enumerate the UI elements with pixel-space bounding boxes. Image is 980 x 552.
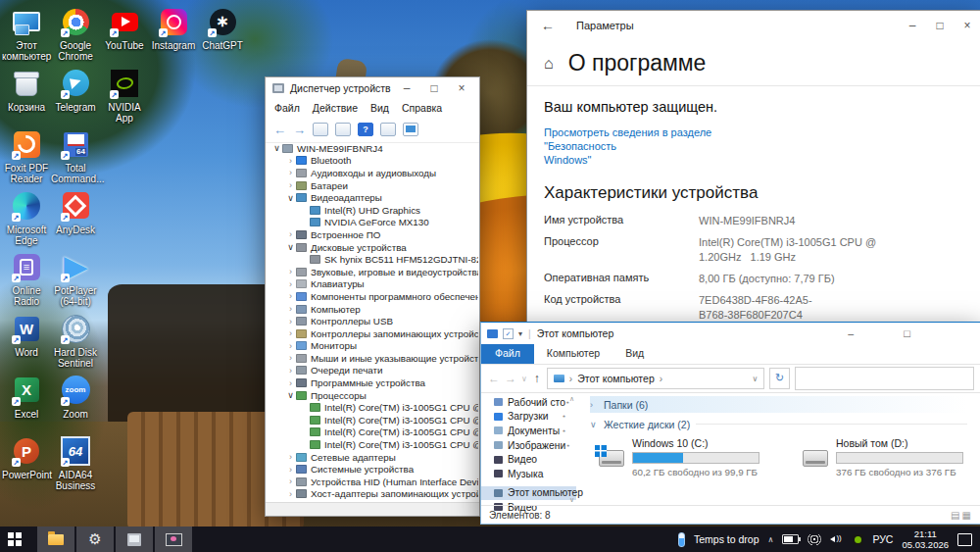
device-tree-row[interactable]: ›Мониторы [267,340,478,353]
minimize-button[interactable]: – [848,327,854,339]
desktop-icon-radio[interactable]: ≡↗Online Radio [2,251,51,307]
desktop-icon-thispc[interactable]: Этот компьютер [2,6,51,62]
desktop-icon-aida[interactable]: 64↗AIDA64 Business [51,435,100,491]
chevron-right-icon[interactable]: › [285,279,296,289]
desktop-icon-youtube[interactable]: ↗YouTube [100,6,149,51]
back-icon[interactable]: ← [273,123,286,137]
device-tree-row[interactable]: ∨Дисковые устройства [267,241,478,254]
desktop-icon-nvidia[interactable]: ↗NVIDIA App [100,68,149,124]
taskbar-monitor-app-button[interactable] [155,527,192,552]
sidebar-item-видео[interactable]: Видео [481,452,576,467]
desktop-icon-instagram[interactable]: ↗Instagram [149,6,198,51]
chevron-right-icon[interactable]: › [285,477,296,486]
view-toggle-icons[interactable]: ▤▦ [951,510,973,521]
up-icon[interactable]: ↑ [534,372,540,385]
speaker-icon[interactable] [830,534,844,544]
device-tree-row[interactable]: ›Контроллеры USB [267,315,478,327]
drive-item[interactable]: Windows 10 (C:)60,2 ГБ свободно из 99,9 … [595,437,760,477]
sidebar-item-музыка[interactable]: Музыка [481,467,576,481]
address-bar[interactable]: › Этот компьютер › ∨ [547,368,764,389]
device-tree-row[interactable]: ›Аудиовходы и аудиовыходы [267,167,478,179]
desktop-icon-bin[interactable]: Корзина [2,68,51,113]
device-tree-row[interactable]: Intel(R) UHD Graphics [267,204,478,217]
chevron-right-icon[interactable]: › [285,156,296,166]
chevron-down-icon[interactable]: ∨ [285,390,296,400]
forward-icon[interactable]: → [505,372,516,385]
search-input[interactable] [795,367,974,390]
device-tree-row[interactable]: ›Звуковые, игровые и видеоустройства [267,266,478,278]
language-indicator[interactable]: РУС [872,533,893,545]
folders-group-header[interactable]: › Папки (6) [590,396,967,413]
device-tree-row[interactable]: ›Очереди печати [267,365,478,377]
device-tree-row[interactable]: Intel(R) Core(TM) i3-1005G1 CPU @ 1.20GH… [267,427,478,439]
device-tree-row[interactable]: ›Bluetooth [267,155,478,168]
device-tree-row[interactable]: ›Хост-адаптеры запоминающих устройств [267,488,478,501]
chevron-right-icon[interactable]: › [285,341,296,351]
device-tree-row[interactable]: ›Клавиатуры [267,278,478,291]
chevron-down-icon[interactable]: ▾ [518,329,522,338]
desktop-icon-foxit[interactable]: ↗Foxit PDF Reader [2,128,51,184]
menu-item-файл[interactable]: Файл [274,102,300,114]
desktop-icon-totalcmd[interactable]: 64↗Total Command... [51,128,100,184]
device-tree-row[interactable]: Intel(R) Core(TM) i3-1005G1 CPU @ 1.20GH… [267,414,478,427]
device-tree-row[interactable]: ›Контроллеры запоминающих устройств [267,327,478,340]
desktop-icon-zoomapp[interactable]: zoom↗Zoom [51,375,100,420]
device-tree-row[interactable]: ›Программные устройства [267,376,478,389]
chevron-right-icon[interactable]: › [285,353,296,363]
taskbar-device-manager-button[interactable] [116,527,153,552]
device-tree-row[interactable]: NVIDIA GeForce MX130 [267,217,478,229]
device-tree-row[interactable]: ∨WIN-ME99IFBNRJ4 [267,142,478,155]
scan-hardware-icon[interactable] [403,123,418,136]
start-button[interactable] [0,527,37,552]
weather-label[interactable]: Temps to drop [694,533,760,545]
menu-item-справка[interactable]: Справка [402,102,442,114]
tab-computer[interactable]: Компьютер [534,344,612,364]
device-tree-row[interactable]: ∨Процессоры [267,389,478,402]
sidebar-item-изображени[interactable]: Изображени⋆ [481,438,576,453]
menu-item-действие[interactable]: Действие [313,102,358,114]
chevron-down-icon[interactable]: ∨ [285,193,296,203]
forward-icon[interactable]: → [293,123,306,137]
sidebar-item-этот-компьютер[interactable]: Этот компьютер [481,486,576,501]
drive-item[interactable]: Новый том (D:)376 ГБ свободно из 376 ГБ [799,437,963,477]
address-dropdown-icon[interactable]: ∨ [752,375,758,383]
chevron-right-icon[interactable]: › [285,378,296,388]
help-icon[interactable]: ? [358,123,373,136]
maximize-button[interactable]: □ [420,81,448,95]
desktop-icon-potplayer[interactable]: ▶↗PotPlayer (64-bit) [51,251,100,307]
chevron-right-icon[interactable]: › [285,317,296,326]
device-tree-row[interactable]: ∨Видеоадаптеры [267,191,478,204]
desktop-icon-ppt[interactable]: P↗PowerPoint [2,435,51,480]
device-tree-row[interactable]: Intel(R) Core(TM) i3-1005G1 CPU @ 1.20GH… [267,438,478,451]
sidebar-item-загрузки[interactable]: Загрузки⋆ [481,410,576,425]
chevron-down-icon[interactable]: ∨ [285,242,296,252]
chevron-right-icon[interactable]: › [285,168,296,177]
chevron-right-icon[interactable]: › [285,229,296,239]
wifi-icon[interactable] [808,534,821,545]
windows-security-link[interactable]: Просмотреть сведения в разделе "Безопасн… [544,125,779,167]
taskbar-settings-button[interactable]: ⚙ [76,527,114,552]
desktop-icon-excel[interactable]: X↗Excel [2,375,51,420]
device-tree-row[interactable]: ›Батареи [267,179,478,192]
desktop-icon-word[interactable]: W↗Word [2,313,51,358]
back-icon[interactable]: ← [488,372,500,385]
close-button[interactable]: × [954,19,980,32]
tab-view[interactable]: Вид [612,344,657,364]
device-tree-row[interactable]: ›Сетевые адаптеры [267,451,478,464]
device-tree-row[interactable]: ›Компьютер [267,303,478,316]
device-tree-row[interactable]: Intel(R) Core(TM) i3-1005G1 CPU @ 1.20GH… [267,401,478,414]
back-icon[interactable]: ← [541,18,555,33]
scroll-up-icon[interactable]: ∧ [569,395,574,403]
sidebar-item-рабочий-сто[interactable]: Рабочий сто⋆ [481,395,576,410]
close-button[interactable]: × [448,81,475,95]
sidebar-item-документы[interactable]: Документы⋆ [481,424,576,438]
tab-file[interactable]: Файл [481,344,534,364]
chevron-right-icon[interactable]: › [285,267,296,276]
desktop-icon-hds[interactable]: ↗Hard Disk Sentinel [51,313,100,369]
recent-locations-icon[interactable]: ∨ [521,375,527,383]
chevron-right-icon[interactable]: › [285,291,296,301]
maximize-button[interactable]: □ [904,327,910,339]
desktop-icon-telegram[interactable]: ↗Telegram [51,68,100,113]
battery-icon[interactable] [782,534,799,544]
chevron-right-icon[interactable]: › [285,180,296,190]
